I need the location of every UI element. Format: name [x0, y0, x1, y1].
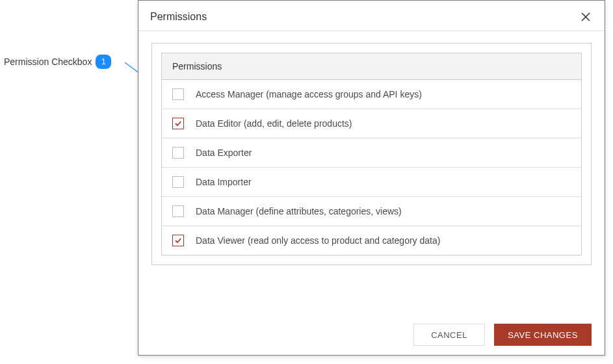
annotation-text: Permission Checkbox — [4, 57, 92, 67]
permission-label: Data Exporter — [196, 148, 252, 158]
permission-checkbox[interactable] — [172, 176, 184, 188]
permission-label: Data Viewer (read only access to product… — [196, 235, 440, 246]
permission-checkbox[interactable] — [172, 205, 184, 217]
permission-checkbox[interactable] — [172, 118, 184, 129]
permission-label: Data Editor (add, edit, delete products) — [196, 118, 352, 129]
dialog-divider — [138, 31, 605, 31]
save-button[interactable]: SAVE CHANGES — [494, 324, 592, 346]
permission-checkbox[interactable] — [172, 88, 184, 100]
table-header: Permissions — [162, 53, 581, 80]
checkmark-icon — [174, 237, 182, 244]
table-row: Data Editor (add, edit, delete products) — [162, 109, 581, 138]
table-row: Data Importer — [162, 168, 581, 197]
close-icon — [580, 12, 591, 22]
cancel-button[interactable]: CANCEL — [413, 324, 485, 346]
permissions-dialog: Permissions Permissions Access Manager (… — [138, 0, 605, 356]
permission-label: Data Importer — [196, 177, 252, 187]
dialog-title: Permissions — [150, 11, 207, 23]
table-row: Data Viewer (read only access to product… — [162, 226, 581, 255]
cancel-button-label: CANCEL — [431, 330, 467, 340]
annotation-callout: Permission Checkbox 1 — [4, 55, 111, 69]
annotation-number: 1 — [101, 57, 106, 66]
permission-label: Access Manager (manage access groups and… — [196, 89, 422, 99]
permission-checkbox[interactable] — [172, 147, 184, 159]
dialog-footer: CANCEL SAVE CHANGES — [413, 324, 592, 346]
checkmark-icon — [174, 120, 182, 127]
outer-panel: Permissions Access Manager (manage acces… — [151, 43, 592, 265]
close-button[interactable] — [579, 10, 593, 24]
permission-checkbox[interactable] — [172, 235, 184, 246]
permission-label: Data Manager (define attributes, categor… — [196, 206, 402, 216]
table-row: Data Manager (define attributes, categor… — [162, 197, 581, 226]
permissions-table: Permissions Access Manager (manage acces… — [161, 53, 582, 255]
table-row: Data Exporter — [162, 138, 581, 168]
dialog-header: Permissions — [138, 1, 605, 31]
table-row: Access Manager (manage access groups and… — [162, 80, 581, 109]
annotation-bubble: 1 — [96, 55, 111, 69]
save-button-label: SAVE CHANGES — [508, 330, 578, 340]
table-header-label: Permissions — [172, 61, 222, 72]
table-body: Access Manager (manage access groups and… — [162, 80, 581, 255]
